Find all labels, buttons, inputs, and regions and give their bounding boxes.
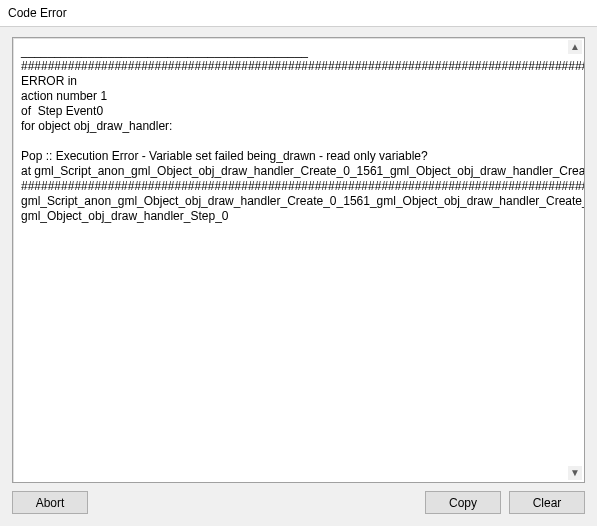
- copy-button[interactable]: Copy: [425, 491, 501, 514]
- client-area: ________________________________________…: [0, 27, 597, 526]
- abort-button[interactable]: Abort: [12, 491, 88, 514]
- button-row: Abort Copy Clear: [12, 483, 585, 514]
- window-title: Code Error: [0, 0, 597, 27]
- scroll-down-icon[interactable]: ▼: [568, 466, 582, 480]
- scroll-up-icon[interactable]: ▲: [568, 40, 582, 54]
- error-dialog: Code Error _____________________________…: [0, 0, 597, 526]
- error-text-container: ________________________________________…: [12, 37, 585, 483]
- button-spacer: [96, 491, 417, 514]
- clear-button[interactable]: Clear: [509, 491, 585, 514]
- error-text[interactable]: ________________________________________…: [13, 38, 584, 482]
